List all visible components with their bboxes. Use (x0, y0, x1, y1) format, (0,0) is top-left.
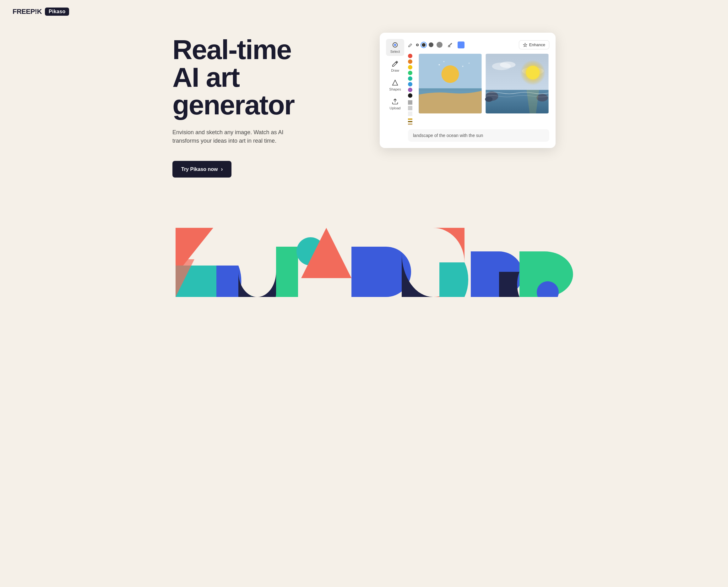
shape-navy-small (499, 272, 519, 297)
palette-yellow[interactable] (408, 65, 412, 69)
header: FREEP!K Pikaso (0, 0, 728, 23)
enhance-label: Enhance (529, 42, 545, 47)
tool-upload[interactable]: Upload (386, 96, 404, 113)
tool-select-label: Select (390, 50, 400, 53)
palette-gray3[interactable] (408, 112, 412, 116)
palette-purple[interactable] (408, 88, 412, 92)
brush-size-m[interactable] (429, 42, 433, 47)
svg-point-9 (462, 66, 464, 67)
tool-shapes-label: Shapes (389, 87, 401, 91)
tool-upload-label: Upload (390, 106, 401, 110)
prompt-bar[interactable]: landscape of the ocean with the sun (408, 129, 549, 142)
palette-gray1[interactable] (408, 100, 412, 104)
svg-marker-2 (393, 80, 398, 86)
shape-blue-rect-r (471, 251, 499, 297)
sketch-svg (418, 54, 482, 113)
toolbar-row: Enhance (408, 39, 549, 51)
shape-teal-arc (439, 262, 468, 297)
palette-green[interactable] (408, 71, 412, 75)
sparkle-icon (523, 43, 527, 47)
canvas-area: Enhance (408, 39, 549, 142)
ai-svg (485, 54, 549, 113)
hero-section: Real-time AI art generator Envision and … (160, 23, 568, 190)
hero-title: Real-time AI art generator (172, 36, 361, 119)
eraser-icon[interactable] (447, 42, 453, 47)
palette-blue[interactable] (408, 82, 412, 87)
tool-draw-label: Draw (391, 69, 399, 72)
preview-card: Select Draw Shapes (380, 33, 556, 148)
pikaso-badge: Pikaso (45, 7, 69, 16)
svg-point-17 (526, 66, 540, 79)
tool-select[interactable]: Select (386, 39, 404, 56)
cta-button[interactable]: Try Pikaso now › (172, 161, 232, 178)
palette-teal[interactable] (408, 76, 412, 81)
logo-container: FREEP!K Pikaso (13, 7, 69, 16)
svg-point-6 (442, 65, 459, 83)
svg-point-8 (443, 61, 444, 62)
brush-size-l[interactable] (437, 42, 442, 48)
enhance-button[interactable]: Enhance (519, 40, 549, 49)
tool-shapes[interactable]: Shapes (386, 77, 404, 94)
brush-size-xs[interactable] (416, 44, 419, 46)
palette-gray2[interactable] (408, 106, 412, 110)
cta-label: Try Pikaso now (181, 167, 218, 172)
hero-text: Real-time AI art generator Envision and … (172, 29, 361, 178)
freepik-logo: FREEP!K (13, 7, 42, 16)
shape-blue-square (351, 247, 386, 297)
tool-draw[interactable]: Draw (386, 58, 404, 75)
palette-brown1[interactable] (408, 118, 412, 120)
shape-blue-d (216, 265, 241, 297)
pen-icon (392, 60, 398, 67)
preview-inner: Select Draw Shapes (386, 39, 549, 142)
cursor-icon (392, 42, 398, 48)
palette-tan[interactable] (408, 123, 412, 125)
ai-canvas (485, 54, 549, 113)
canvas-images (408, 54, 549, 125)
cta-arrow: › (221, 166, 223, 172)
brush-size-s[interactable] (422, 43, 426, 47)
palette-orange[interactable] (408, 60, 412, 64)
images-pair (418, 54, 549, 125)
svg-point-14 (500, 62, 516, 68)
palette-black[interactable] (408, 93, 412, 98)
palette-red[interactable] (408, 54, 412, 58)
palette-brown2[interactable] (408, 121, 412, 122)
prompt-text: landscape of the ocean with the sun (413, 133, 483, 138)
color-swatch[interactable] (458, 42, 464, 48)
tools-sidebar: Select Draw Shapes (386, 39, 408, 142)
decorative-section (0, 196, 728, 297)
svg-point-1 (394, 44, 396, 46)
svg-point-10 (468, 63, 469, 64)
svg-point-7 (439, 64, 440, 65)
shape-navy-arc (238, 272, 276, 297)
color-palette (408, 54, 415, 125)
svg-point-21 (485, 97, 493, 102)
sketch-canvas[interactable] (418, 54, 482, 113)
shapes-icon (392, 79, 398, 86)
decorative-shapes (0, 196, 728, 297)
hero-subtitle: Envision and sketch any image. Watch as … (172, 128, 304, 145)
brush-tool-icon (408, 42, 413, 47)
upload-icon (392, 98, 398, 105)
